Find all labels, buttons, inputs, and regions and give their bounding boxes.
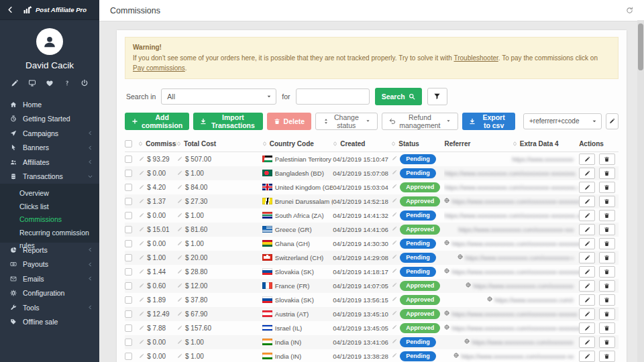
edit-commission-icon[interactable] bbox=[139, 311, 144, 316]
edit-status-icon[interactable] bbox=[392, 156, 397, 161]
edit-commission-icon[interactable] bbox=[139, 339, 144, 345]
edit-columns-button[interactable] bbox=[606, 113, 619, 129]
edit-status-icon[interactable] bbox=[392, 324, 397, 330]
edit-total-cost-icon[interactable] bbox=[177, 198, 182, 204]
row-checkbox[interactable] bbox=[125, 226, 132, 233]
edit-row-button[interactable] bbox=[579, 196, 595, 207]
row-checkbox[interactable] bbox=[125, 198, 132, 205]
edit-total-cost-icon[interactable] bbox=[177, 283, 182, 288]
avatar[interactable] bbox=[36, 28, 63, 55]
sidebar-item-tools[interactable]: Tools bbox=[0, 300, 99, 315]
edit-status-icon[interactable] bbox=[392, 198, 397, 203]
sidebar-subitem-clicks-list[interactable]: Clicks list bbox=[0, 200, 99, 214]
sidebar-item-home[interactable]: Home bbox=[0, 97, 99, 112]
row-checkbox[interactable] bbox=[125, 184, 132, 191]
sidebar-item-emails[interactable]: Emails bbox=[0, 272, 99, 286]
edit-row-button[interactable] bbox=[579, 182, 595, 193]
edit-commission-icon[interactable] bbox=[139, 227, 144, 232]
delete-row-button[interactable] bbox=[599, 224, 615, 235]
delete-row-button[interactable] bbox=[599, 322, 615, 334]
edit-row-button[interactable] bbox=[579, 294, 595, 306]
row-checkbox[interactable] bbox=[125, 339, 132, 346]
edit-total-cost-icon[interactable] bbox=[177, 213, 182, 218]
search-input[interactable] bbox=[296, 88, 370, 105]
row-checkbox[interactable] bbox=[125, 212, 132, 219]
edit-total-cost-icon[interactable] bbox=[177, 325, 182, 330]
row-checkbox[interactable] bbox=[125, 254, 132, 261]
power-icon[interactable] bbox=[80, 79, 89, 87]
sidebar-subitem-overview[interactable]: Overview bbox=[0, 187, 99, 200]
edit-commission-icon[interactable] bbox=[139, 269, 144, 274]
edit-status-icon[interactable] bbox=[392, 184, 397, 189]
sidebar-item-reports[interactable]: Reports bbox=[0, 243, 99, 257]
sidebar-item-configuration[interactable]: Configuration bbox=[0, 286, 99, 301]
troubleshooter-link[interactable]: Troubleshooter bbox=[453, 54, 498, 62]
edit-total-cost-icon[interactable] bbox=[177, 184, 182, 190]
select-all-checkbox[interactable] bbox=[125, 140, 132, 147]
edit-total-cost-icon[interactable] bbox=[177, 227, 182, 232]
edit-commission-icon[interactable] bbox=[139, 283, 144, 288]
edit-commission-icon[interactable] bbox=[139, 297, 144, 302]
edit-row-button[interactable] bbox=[579, 252, 595, 263]
delete-row-button[interactable] bbox=[599, 238, 615, 249]
search-in-select[interactable]: All bbox=[161, 88, 276, 105]
edit-commission-icon[interactable] bbox=[139, 156, 144, 162]
edit-total-cost-icon[interactable] bbox=[177, 311, 182, 316]
sidebar-item-payouts[interactable]: Payouts bbox=[0, 257, 99, 272]
row-checkbox[interactable] bbox=[125, 282, 132, 290]
delete-row-button[interactable] bbox=[599, 337, 615, 348]
edit-total-cost-icon[interactable] bbox=[177, 297, 182, 302]
edit-commission-icon[interactable] bbox=[139, 213, 144, 218]
column-header-extra-data-4[interactable]: Extra Data 4 bbox=[513, 136, 579, 152]
change-status-button[interactable]: Change status bbox=[315, 113, 378, 130]
search-button[interactable]: Search bbox=[375, 88, 422, 105]
edit-status-icon[interactable] bbox=[392, 268, 397, 274]
edit-commission-icon[interactable] bbox=[139, 241, 144, 246]
row-checkbox[interactable] bbox=[125, 240, 132, 247]
edit-commission-icon[interactable] bbox=[139, 325, 144, 330]
sidebar-subitem-recurring-commission-rules[interactable]: Recurring commission rules bbox=[0, 227, 99, 240]
edit-row-button[interactable] bbox=[579, 266, 595, 278]
edit-total-cost-icon[interactable] bbox=[177, 339, 182, 345]
edit-row-button[interactable] bbox=[579, 224, 595, 235]
delete-row-button[interactable] bbox=[599, 280, 615, 292]
edit-row-button[interactable] bbox=[579, 238, 595, 249]
edit-row-button[interactable] bbox=[579, 351, 595, 362]
delete-row-button[interactable] bbox=[599, 182, 615, 193]
filter-button[interactable] bbox=[427, 88, 447, 105]
delete-row-button[interactable] bbox=[599, 294, 615, 306]
edit-status-icon[interactable] bbox=[392, 212, 397, 217]
sidebar-collapse-chevron-icon[interactable] bbox=[7, 6, 14, 13]
edit-status-icon[interactable] bbox=[392, 170, 397, 175]
delete-row-button[interactable] bbox=[599, 210, 615, 221]
columns-select[interactable]: +referrerr+ccode bbox=[523, 113, 602, 129]
delete-row-button[interactable] bbox=[599, 168, 615, 179]
export-csv-button[interactable]: Export to csv bbox=[462, 113, 515, 130]
delete-row-button[interactable] bbox=[599, 196, 615, 207]
edit-status-icon[interactable] bbox=[392, 339, 397, 344]
edit-row-button[interactable] bbox=[579, 337, 595, 348]
edit-total-cost-icon[interactable] bbox=[177, 241, 182, 246]
delete-row-button[interactable] bbox=[599, 266, 615, 278]
edit-status-icon[interactable] bbox=[392, 353, 397, 358]
edit-total-cost-icon[interactable] bbox=[177, 353, 182, 359]
edit-total-cost-icon[interactable] bbox=[177, 255, 182, 260]
delete-row-button[interactable] bbox=[599, 308, 615, 320]
sidebar-item-transactions[interactable]: Transactions bbox=[0, 170, 99, 184]
scrollbar[interactable] bbox=[637, 20, 644, 362]
refund-management-button[interactable]: Refund management bbox=[382, 113, 458, 130]
edit-commission-icon[interactable] bbox=[139, 198, 144, 204]
sidebar-item-offline-sale[interactable]: Offline sale bbox=[0, 315, 99, 330]
edit-status-icon[interactable] bbox=[392, 310, 397, 316]
row-checkbox[interactable] bbox=[125, 296, 132, 304]
edit-status-icon[interactable] bbox=[392, 254, 397, 259]
delete-row-button[interactable] bbox=[599, 154, 615, 165]
sidebar-item-campaigns[interactable]: Campaigns bbox=[0, 126, 99, 141]
edit-commission-icon[interactable] bbox=[139, 353, 144, 359]
edit-total-cost-icon[interactable] bbox=[177, 269, 182, 274]
edit-status-icon[interactable] bbox=[392, 282, 397, 288]
edit-total-cost-icon[interactable] bbox=[177, 156, 182, 162]
import-transactions-button[interactable]: Import Transactions bbox=[193, 113, 262, 130]
row-checkbox[interactable] bbox=[125, 353, 132, 360]
edit-status-icon[interactable] bbox=[392, 226, 397, 231]
